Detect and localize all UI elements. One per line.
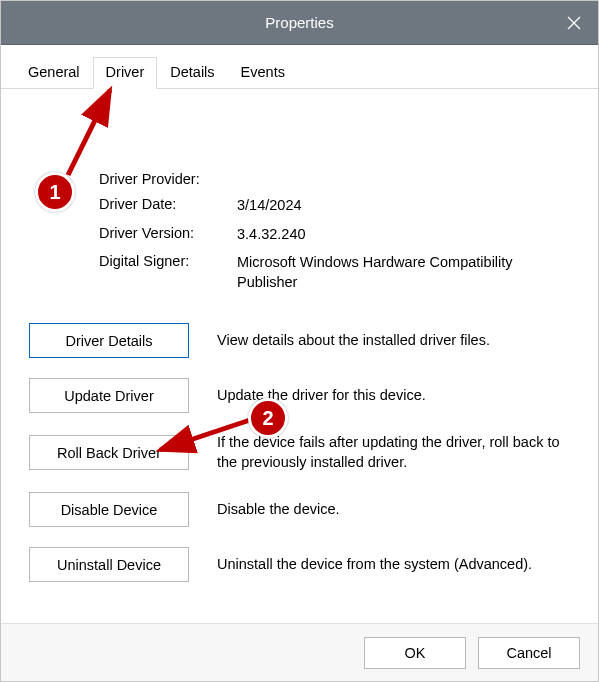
disable-device-desc: Disable the device. xyxy=(217,500,578,520)
tab-content: Driver Provider: Driver Date: 3/14/2024 … xyxy=(1,89,598,623)
info-row-date: Driver Date: 3/14/2024 xyxy=(99,196,578,216)
driver-actions: Driver Details View details about the in… xyxy=(29,323,578,582)
ok-button[interactable]: OK xyxy=(364,637,466,669)
info-value-signer: Microsoft Windows Hardware Compatibility… xyxy=(237,253,578,292)
driver-details-desc: View details about the installed driver … xyxy=(217,331,578,351)
update-driver-desc: Update the driver for this device. xyxy=(217,386,578,406)
driver-details-button[interactable]: Driver Details xyxy=(29,323,189,358)
action-row-details: Driver Details View details about the in… xyxy=(29,323,578,358)
info-row-signer: Digital Signer: Microsoft Windows Hardwa… xyxy=(99,253,578,292)
info-label-date: Driver Date: xyxy=(99,196,237,212)
info-row-provider: Driver Provider: xyxy=(99,171,578,187)
uninstall-device-button[interactable]: Uninstall Device xyxy=(29,547,189,582)
tab-general[interactable]: General xyxy=(15,57,93,89)
tab-driver[interactable]: Driver xyxy=(93,57,158,89)
action-row-uninstall: Uninstall Device Uninstall the device fr… xyxy=(29,547,578,582)
info-label-version: Driver Version: xyxy=(99,225,237,241)
action-row-update: Update Driver Update the driver for this… xyxy=(29,378,578,413)
tab-details[interactable]: Details xyxy=(157,57,227,89)
tab-events[interactable]: Events xyxy=(228,57,298,89)
properties-window: Properties General Driver Details Events… xyxy=(0,0,599,682)
info-value-date: 3/14/2024 xyxy=(237,196,578,216)
action-row-rollback: Roll Back Driver If the device fails aft… xyxy=(29,433,578,472)
driver-info: Driver Provider: Driver Date: 3/14/2024 … xyxy=(99,171,578,301)
titlebar: Properties xyxy=(1,1,598,45)
action-row-disable: Disable Device Disable the device. xyxy=(29,492,578,527)
info-label-signer: Digital Signer: xyxy=(99,253,237,269)
rollback-driver-desc: If the device fails after updating the d… xyxy=(217,433,578,472)
close-button[interactable] xyxy=(550,1,598,45)
disable-device-button[interactable]: Disable Device xyxy=(29,492,189,527)
uninstall-device-desc: Uninstall the device from the system (Ad… xyxy=(217,555,578,575)
info-value-version: 3.4.32.240 xyxy=(237,225,578,245)
update-driver-button[interactable]: Update Driver xyxy=(29,378,189,413)
info-label-provider: Driver Provider: xyxy=(99,171,237,187)
dialog-footer: OK Cancel xyxy=(1,623,598,681)
rollback-driver-button[interactable]: Roll Back Driver xyxy=(29,435,189,470)
tab-bar: General Driver Details Events xyxy=(1,45,598,89)
window-title: Properties xyxy=(265,14,333,31)
close-icon xyxy=(567,16,581,30)
info-row-version: Driver Version: 3.4.32.240 xyxy=(99,225,578,245)
cancel-button[interactable]: Cancel xyxy=(478,637,580,669)
